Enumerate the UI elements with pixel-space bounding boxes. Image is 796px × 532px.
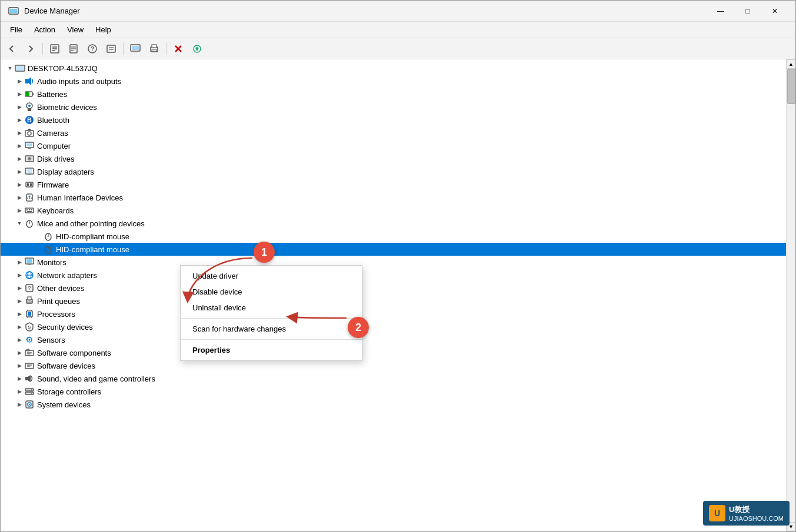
device-icon-firmware	[24, 179, 35, 190]
expand-icon[interactable]: ▶	[15, 141, 24, 150]
toolbar-download[interactable]	[188, 41, 206, 57]
expand-icon[interactable]: ▶	[15, 206, 24, 215]
context-menu-item-uninstall[interactable]: Uninstall device	[181, 300, 362, 316]
expand-icon[interactable]: ▶	[15, 283, 24, 293]
tree-item-sensors[interactable]: ▶ Sensors	[1, 333, 786, 346]
tree-item-network[interactable]: ▶ Network adapters	[1, 269, 786, 282]
svg-point-57	[31, 198, 32, 199]
expand-icon[interactable]: ▶	[15, 322, 24, 332]
expand-icon[interactable]: ▶	[15, 115, 24, 125]
minimize-button[interactable]: —	[707, 1, 734, 22]
tree-item-hid[interactable]: ▶ Human Interface Devices	[1, 191, 786, 204]
toolbar-help[interactable]: ?	[84, 41, 101, 57]
tree-panel[interactable]: ▼ DESKTOP-4L537JQ ▶ Audio inputs and out…	[1, 59, 786, 531]
device-icon-hid-mouse1	[43, 231, 54, 242]
device-label-audio: Audio inputs and outputs	[37, 77, 121, 86]
maximize-button[interactable]: □	[734, 1, 761, 22]
tree-item-print[interactable]: ▶ Print queues	[1, 295, 786, 307]
svg-rect-17	[132, 46, 139, 50]
expand-icon[interactable]: ▶	[15, 102, 24, 112]
tree-item-cameras[interactable]: ▶ Cameras	[1, 126, 786, 139]
svg-point-104	[29, 404, 30, 405]
svg-rect-51	[27, 183, 29, 186]
svg-rect-18	[134, 51, 137, 52]
tree-item-storage[interactable]: ▶ Storage controllers	[1, 385, 786, 398]
expand-icon[interactable]: ▶	[15, 128, 24, 138]
menu-view[interactable]: View	[61, 23, 89, 36]
tree-item-keyboards[interactable]: ▶ Keyboards	[1, 204, 786, 217]
toolbar-print[interactable]	[145, 41, 163, 57]
expand-icon[interactable]: ▶	[15, 180, 24, 189]
scrollbar-up[interactable]: ▲	[787, 59, 796, 69]
expand-icon[interactable]: ▶	[15, 193, 24, 202]
tree-root[interactable]: ▼ DESKTOP-4L537JQ	[1, 62, 786, 75]
expand-icon[interactable]: ▶	[15, 387, 24, 396]
toolbar-sep-1	[42, 43, 43, 55]
expand-icon[interactable]: ▶	[15, 361, 24, 370]
scrollbar-track[interactable]	[787, 69, 796, 522]
expand-icon[interactable]: ▶	[15, 335, 24, 344]
tree-item-firmware[interactable]: ▶ Firmware	[1, 178, 786, 191]
expand-icon[interactable]: ▶	[15, 374, 24, 383]
expand-icon[interactable]: ▶	[15, 309, 24, 319]
expand-icon[interactable]	[34, 232, 43, 241]
root-expand-icon[interactable]: ▼	[5, 63, 15, 73]
content-area: ▼ DESKTOP-4L537JQ ▶ Audio inputs and out…	[1, 59, 795, 531]
expand-icon[interactable]: ▶	[15, 167, 24, 176]
tree-item-software-dev[interactable]: ▶ Software devices	[1, 359, 786, 372]
toolbar-sep-3	[166, 43, 166, 55]
tree-item-other[interactable]: ▶ ? Other devices	[1, 282, 786, 295]
expand-icon[interactable]: ▼	[15, 219, 24, 228]
expand-icon[interactable]: ▶	[15, 76, 24, 86]
menu-file[interactable]: File	[4, 23, 28, 36]
tree-item-computer[interactable]: ▶ Computer	[1, 139, 786, 152]
svg-text:?: ?	[91, 46, 94, 52]
context-menu-item-update[interactable]: Update driver	[181, 268, 362, 284]
scrollbar[interactable]: ▲ ▼	[786, 59, 795, 531]
tree-item-bluetooth[interactable]: ▶ B Bluetooth	[1, 113, 786, 126]
expand-icon[interactable]: ▶	[15, 89, 24, 99]
device-label-sensors: Sensors	[37, 336, 65, 344]
context-menu-item-disable[interactable]: Disable device	[181, 284, 362, 300]
expand-icon[interactable]	[34, 245, 43, 254]
tree-item-batteries[interactable]: ▶ Batteries	[1, 88, 786, 101]
toolbar-delete[interactable]	[169, 41, 187, 57]
toolbar-monitor[interactable]	[126, 41, 144, 57]
toolbar-back[interactable]	[3, 41, 21, 57]
context-menu-item-properties[interactable]: Properties	[181, 342, 362, 358]
context-menu-item-scan[interactable]: Scan for hardware changes	[181, 321, 362, 337]
toolbar-properties[interactable]	[46, 41, 64, 57]
svg-rect-49	[28, 174, 31, 175]
tree-item-display[interactable]: ▶ Display adapters	[1, 165, 786, 178]
scrollbar-thumb[interactable]	[787, 69, 795, 104]
menu-help[interactable]: Help	[89, 23, 117, 36]
expand-icon[interactable]: ▶	[15, 348, 24, 357]
tree-item-audio[interactable]: ▶ Audio inputs and outputs	[1, 75, 786, 88]
toolbar-driver[interactable]	[65, 41, 82, 57]
device-label-batteries: Batteries	[37, 90, 67, 99]
tree-item-monitors[interactable]: ▶ Monitors	[1, 256, 786, 269]
tree-item-disk[interactable]: ▶ Disk drives	[1, 152, 786, 165]
expand-icon[interactable]: ▶	[15, 400, 24, 409]
close-button[interactable]: ✕	[761, 1, 788, 22]
tree-item-hid-mouse1[interactable]: HID-compliant mouse	[1, 230, 786, 243]
tree-item-biometric[interactable]: ▶ Biometric devices	[1, 101, 786, 113]
tree-item-mice[interactable]: ▼ Mice and other pointing devices	[1, 217, 786, 230]
svg-text:S: S	[28, 324, 31, 330]
menu-action[interactable]: Action	[28, 23, 61, 36]
tree-item-hid-mouse2[interactable]: HID-compliant mouse	[1, 243, 786, 256]
expand-icon[interactable]: ▶	[15, 270, 24, 280]
tree-item-proc[interactable]: ▶ Processors	[1, 307, 786, 320]
toolbar-forward[interactable]	[22, 41, 39, 57]
tree-item-software-comp[interactable]: ▶ Software components	[1, 346, 786, 359]
toolbar-report[interactable]	[102, 41, 120, 57]
tree-item-security[interactable]: ▶ S Security devices	[1, 320, 786, 333]
expand-icon[interactable]: ▶	[15, 257, 24, 267]
expand-icon[interactable]: ▶	[15, 154, 24, 163]
device-icon-batteries	[24, 89, 35, 99]
tree-item-system[interactable]: ▶ System devices	[1, 398, 786, 411]
device-label-sound: Sound, video and game controllers	[37, 374, 155, 383]
expand-icon[interactable]: ▶	[15, 296, 24, 306]
device-label-software-dev: Software devices	[37, 362, 95, 370]
tree-item-sound[interactable]: ▶ Sound, video and game controllers	[1, 372, 786, 385]
